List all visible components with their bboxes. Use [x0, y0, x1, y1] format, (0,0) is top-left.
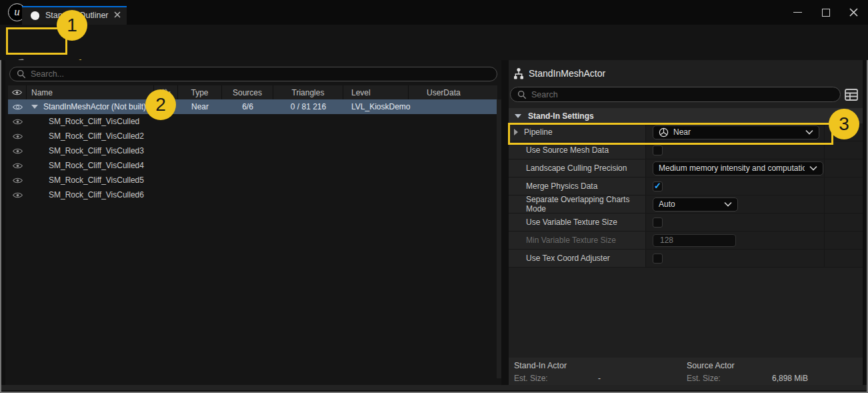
row-visibility-toggle[interactable] — [8, 114, 27, 129]
size-summary-footer: Stand-In Actor Est. Size: - Source Actor… — [509, 358, 863, 385]
minimize-button[interactable] — [793, 7, 803, 17]
eye-icon — [13, 118, 23, 125]
row-visibility-toggle[interactable] — [8, 173, 27, 187]
reset-cell — [824, 177, 863, 195]
eye-icon — [13, 177, 23, 184]
row-visibility-toggle[interactable] — [8, 158, 27, 173]
row-visibility-toggle[interactable] — [8, 143, 27, 158]
search-icon — [17, 69, 26, 79]
annotation-box-pipeline — [508, 123, 833, 145]
outliner-search[interactable] — [9, 67, 497, 81]
setting-label: Landscape Culling Precision — [509, 159, 645, 177]
column-name[interactable]: Name — [27, 85, 154, 99]
row-merge-physics-data[interactable]: Merge Physics Data — [509, 177, 863, 195]
column-visibility[interactable] — [8, 85, 27, 99]
column-userdata[interactable]: UserData — [409, 85, 497, 99]
toolbar: Create ? Build — [0, 25, 868, 60]
row-landscape-culling-precision[interactable]: Landscape Culling Precision Medium memor… — [509, 159, 863, 177]
outliner-row-child[interactable]: SM_Rock_Cliff_VisCulled5 — [8, 173, 497, 187]
standin-est-size-label: Est. Size: — [514, 374, 548, 383]
setting-label: Separate Overlapping Charts Mode — [509, 195, 645, 213]
column-sources[interactable]: Sources — [222, 85, 273, 99]
row-name: SM_Rock_Cliff_VisCulled6 — [27, 187, 144, 202]
bottom-strip — [1, 385, 867, 390]
eye-icon — [13, 147, 23, 155]
outliner-panel: Name Type Sources Triangles Level UserDa… — [5, 60, 501, 385]
details-panel: StandInMeshActor Stand-In Settings Pipel… — [509, 60, 863, 385]
min-variable-texture-size-input[interactable] — [653, 234, 736, 247]
outliner-row-standinmeshactor[interactable]: StandInMeshActor (Not built) Near 6/6 0 … — [8, 99, 497, 114]
row-name: SM_Rock_Cliff_VisCulled4 — [27, 158, 144, 173]
separate-overlapping-charts-mode-dropdown[interactable]: Auto — [653, 198, 738, 212]
section-stand-in-settings[interactable]: Stand-In Settings — [509, 108, 863, 123]
dropdown-value: Medium memory intensity and computation … — [659, 163, 805, 173]
outliner-row-child[interactable]: SM_Rock_Cliff_VisCulled4 — [8, 158, 497, 173]
section-collapse-icon[interactable] — [515, 114, 521, 118]
column-triangles[interactable]: Triangles — [273, 85, 343, 99]
row-min-variable-texture-size[interactable]: Min Variable Texture Size — [509, 232, 863, 250]
reset-cell — [824, 232, 863, 249]
row-name: StandInMeshActor (Not built) — [43, 102, 146, 111]
outliner-row-child[interactable]: SM_Rock_Cliff_VisCulled6 — [8, 187, 497, 202]
outliner-table-header[interactable]: Name Type Sources Triangles Level UserDa… — [8, 85, 497, 99]
window-controls — [793, 0, 859, 25]
standin-outliner-window: u Stand-In Outliner — [0, 0, 868, 393]
outliner-scrollbar[interactable] — [497, 99, 501, 378]
row-type: Near — [178, 99, 222, 114]
details-search[interactable] — [510, 87, 841, 102]
row-use-variable-texture-size[interactable]: Use Variable Texture Size — [509, 214, 863, 232]
row-name: SM_Rock_Cliff_VisCulled — [27, 114, 139, 129]
row-use-tex-coord-adjuster[interactable]: Use Tex Coord Adjuster — [509, 250, 863, 268]
eye-icon — [13, 133, 23, 140]
titlebar: u Stand-In Outliner — [0, 0, 868, 25]
setting-label: Use Variable Texture Size — [509, 214, 645, 231]
details-view-options-icon[interactable] — [845, 89, 858, 103]
outliner-row-child[interactable]: SM_Rock_Cliff_VisCulled2 — [8, 129, 497, 143]
use-variable-texture-size-checkbox[interactable] — [653, 218, 663, 228]
annotation-callout-2: 2 — [145, 89, 176, 120]
maximize-button[interactable] — [821, 7, 831, 17]
search-icon — [517, 90, 527, 99]
use-source-mesh-data-checkbox[interactable] — [653, 145, 663, 155]
annotation-callout-3: 3 — [829, 109, 859, 139]
row-visibility-toggle[interactable] — [8, 187, 27, 202]
standin-actor-title: Stand-In Actor — [514, 361, 567, 370]
eye-icon — [13, 191, 23, 199]
chevron-down-icon — [724, 202, 732, 207]
details-search-input[interactable] — [531, 90, 833, 99]
source-est-size-value: 6,898 MiB — [772, 374, 808, 383]
row-visibility-toggle[interactable] — [8, 99, 27, 114]
row-separate-overlapping-charts-mode[interactable]: Separate Overlapping Charts Mode Auto — [509, 195, 863, 214]
row-name: SM_Rock_Cliff_VisCulled2 — [27, 129, 144, 143]
actor-hierarchy-icon — [512, 67, 525, 83]
expander-collapse-icon[interactable] — [31, 105, 38, 109]
reset-cell — [824, 195, 863, 213]
reset-cell — [824, 214, 863, 231]
row-name: SM_Rock_Cliff_VisCulled5 — [27, 173, 144, 187]
outliner-row-child[interactable]: SM_Rock_Cliff_VisCulled3 — [8, 143, 497, 158]
eye-icon — [12, 89, 22, 96]
column-type[interactable]: Type — [178, 85, 222, 99]
tab-close-icon[interactable] — [114, 11, 121, 20]
eye-icon — [13, 103, 23, 111]
setting-label: Merge Physics Data — [509, 177, 645, 195]
reset-cell — [824, 250, 863, 267]
outliner-row-child[interactable]: SM_Rock_Cliff_VisCulled — [8, 114, 497, 129]
row-name: SM_Rock_Cliff_VisCulled3 — [27, 143, 144, 158]
dropdown-value: Auto — [659, 200, 719, 209]
landscape-culling-precision-dropdown[interactable]: Medium memory intensity and computation … — [653, 161, 823, 175]
reset-cell — [824, 159, 863, 177]
standin-est-size-value: - — [598, 374, 601, 383]
row-triangles: 0 / 81 216 — [273, 99, 343, 114]
column-level[interactable]: Level — [343, 85, 409, 99]
outliner-search-input[interactable] — [31, 69, 490, 79]
merge-physics-data-checkbox[interactable] — [653, 181, 663, 191]
details-title: StandInMeshActor — [529, 68, 605, 79]
section-label: Stand-In Settings — [528, 111, 594, 121]
eye-icon — [13, 162, 23, 169]
row-visibility-toggle[interactable] — [8, 129, 27, 143]
close-button[interactable] — [849, 7, 859, 17]
use-tex-coord-adjuster-checkbox[interactable] — [653, 254, 663, 264]
tab-icon — [31, 11, 39, 20]
row-level: LVL_KioskDemo — [343, 99, 409, 114]
